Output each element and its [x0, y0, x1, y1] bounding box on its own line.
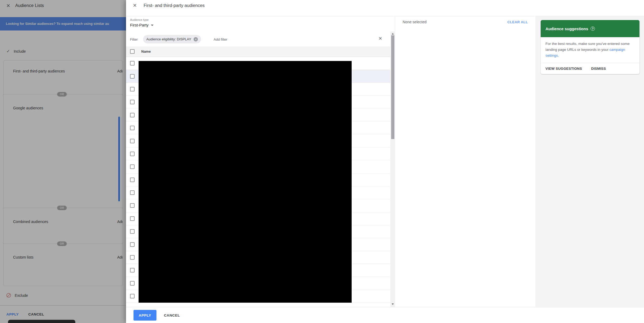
dismiss-button[interactable]: DISMISS [591, 67, 606, 71]
first-third-party-audiences-modal: × First- and third-party audiences Audie… [126, 0, 644, 323]
row-checkbox[interactable] [130, 87, 135, 91]
row-checkbox[interactable] [130, 255, 135, 260]
select-all-checkbox[interactable] [130, 49, 135, 54]
apply-button[interactable]: APPLY [133, 310, 156, 321]
audience-suggestions-card: Audience suggestions ? For the best resu… [541, 20, 639, 74]
suggestions-title: Audience suggestions [545, 26, 588, 31]
filter-chip-label: Audience eligibility: DISPLAY [146, 37, 191, 41]
row-checkbox[interactable] [130, 61, 135, 66]
close-icon[interactable]: × [133, 2, 137, 9]
row-checkbox[interactable] [130, 139, 135, 143]
modal-footer: APPLY CANCEL [126, 307, 644, 323]
suggestions-footer: VIEW SUGGESTIONS DISMISS [541, 63, 639, 74]
row-checkbox[interactable] [130, 190, 135, 195]
row-checkbox[interactable] [130, 294, 135, 298]
suggestions-column: Audience suggestions ? For the best resu… [535, 16, 644, 307]
remove-filter-icon[interactable]: × [194, 37, 198, 41]
add-filter-button[interactable]: Add filter [214, 37, 227, 41]
row-checkbox[interactable] [130, 203, 135, 208]
row-checkbox[interactable] [130, 178, 135, 182]
audience-type-value: First-Party [130, 23, 148, 27]
row-checkbox[interactable] [130, 229, 135, 234]
audience-lists-panel: × Audience Lists Looking for Similar aud… [0, 0, 126, 323]
row-checkbox[interactable] [130, 281, 135, 286]
modal-title: First- and third-party audiences [144, 3, 205, 8]
row-checkbox[interactable] [130, 74, 135, 79]
help-icon[interactable]: ? [591, 26, 595, 31]
redacted-content [139, 61, 352, 303]
modal-titlebar: × First- and third-party audiences [126, 0, 644, 16]
table-header-row: Name [126, 46, 395, 57]
scroll-up-icon[interactable] [392, 33, 394, 34]
audience-list-column: Audience type First-Party Filter Audienc… [126, 16, 395, 307]
list-scrollbar[interactable] [390, 32, 395, 307]
cancel-button[interactable]: CANCEL [164, 310, 180, 321]
row-checkbox[interactable] [130, 126, 135, 130]
row-checkbox[interactable] [130, 268, 135, 272]
suggestions-body: For the best results, make sure you've e… [541, 37, 639, 63]
clear-all-button[interactable]: CLEAR ALL [507, 20, 528, 24]
view-suggestions-button[interactable]: VIEW SUGGESTIONS [545, 67, 582, 71]
suggestions-header: Audience suggestions ? [541, 20, 639, 37]
filter-label: Filter [130, 37, 138, 41]
filter-chip[interactable]: Audience eligibility: DISPLAY × [143, 35, 201, 43]
row-checkbox[interactable] [130, 216, 135, 221]
row-checkbox[interactable] [130, 100, 135, 104]
name-column-header: Name [141, 49, 151, 53]
left-panel-scrim [0, 0, 126, 323]
audience-type-label: Audience type [130, 18, 149, 21]
selected-audiences-column: None selected CLEAR ALL [395, 16, 535, 307]
clear-filter-icon[interactable]: × [379, 35, 382, 42]
row-checkbox[interactable] [130, 242, 135, 247]
scrollbar-thumb[interactable] [391, 35, 394, 139]
row-checkbox[interactable] [130, 164, 135, 169]
row-checkbox[interactable] [130, 113, 135, 117]
selection-status: None selected [403, 20, 427, 24]
audience-type-dropdown[interactable]: First-Party [130, 23, 154, 27]
chevron-down-icon [151, 25, 154, 26]
scroll-down-icon[interactable] [392, 303, 394, 305]
row-checkbox[interactable] [130, 152, 135, 156]
